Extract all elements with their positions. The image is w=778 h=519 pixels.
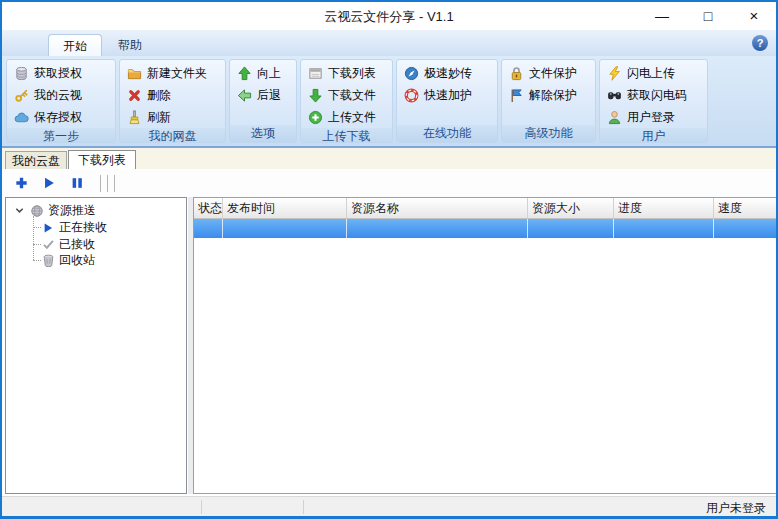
up-arrow-icon [237, 66, 252, 81]
pause-task-button[interactable] [68, 174, 86, 192]
start-task-button[interactable] [40, 174, 58, 192]
ribbon-group-caption: 选项 [230, 125, 296, 142]
received-check-icon [41, 238, 55, 252]
ribbon-group-options: 向上 后退 选项 [229, 59, 297, 143]
column-header-speed[interactable]: 速度 [714, 198, 776, 218]
titlebar: 云视云文件分享 - V1.1 — □ × [2, 2, 776, 30]
column-header-resource-name[interactable]: 资源名称 [347, 198, 528, 218]
table-header: 状态 发布时间 资源名称 资源大小 进度 速度 [194, 198, 776, 219]
button-label: 获取授权 [34, 65, 82, 82]
page-tab-my-cloud-disk[interactable]: 我的云盘 [5, 151, 67, 169]
compass-icon [404, 66, 419, 81]
download-table: 状态 发布时间 资源名称 资源大小 进度 速度 [193, 197, 776, 494]
close-button[interactable]: × [740, 2, 768, 30]
get-authorization-button[interactable]: 获取授权 [11, 62, 115, 84]
user-login-button[interactable]: 用户登录 [604, 106, 707, 128]
tree-node-label: 回收站 [59, 252, 95, 269]
button-label: 解除保护 [529, 87, 577, 104]
receiving-icon [41, 221, 55, 235]
up-button[interactable]: 向上 [234, 62, 296, 84]
button-label: 闪电上传 [627, 65, 675, 82]
new-folder-icon [127, 66, 142, 81]
download-file-button[interactable]: 下载文件 [305, 84, 392, 106]
database-icon [14, 66, 29, 81]
back-button[interactable]: 后退 [234, 84, 296, 106]
button-label: 上传文件 [328, 109, 376, 126]
maximize-button[interactable]: □ [694, 2, 722, 30]
recycle-bin-icon [41, 254, 55, 268]
lifebuoy-icon [404, 88, 419, 103]
save-authorization-button[interactable]: 保存授权 [11, 106, 115, 128]
tree-node-label: 已接收 [59, 236, 95, 253]
my-cloudview-button[interactable]: 我的云视 [11, 84, 115, 106]
toolbar-separator [100, 175, 101, 192]
refresh-button[interactable]: 刷新 [124, 106, 225, 128]
button-label: 下载文件 [328, 87, 376, 104]
resource-push-icon [30, 204, 44, 218]
window-controls: — □ × [648, 2, 768, 30]
column-header-resource-size[interactable]: 资源大小 [528, 198, 614, 218]
table-cell [223, 219, 347, 238]
button-label: 保存授权 [34, 109, 82, 126]
ribbon-group-caption: 用户 [600, 128, 707, 143]
delete-button[interactable]: 删除 [124, 84, 225, 106]
tree-node-recycle-bin[interactable]: 回收站 [41, 252, 95, 269]
ribbon-group-caption: 第一步 [7, 128, 115, 143]
download-file-icon [308, 88, 323, 103]
flag-icon [509, 88, 524, 103]
ribbon-tab-start[interactable]: 开始 [48, 34, 102, 56]
add-icon [14, 176, 29, 191]
table-row[interactable] [194, 219, 776, 238]
ribbon-tab-help[interactable]: 帮助 [104, 34, 156, 56]
page-tab-strip: 我的云盘 下载列表 [2, 148, 776, 169]
ribbon-group-caption: 上传下载 [301, 128, 392, 143]
refresh-icon [127, 110, 142, 125]
quick-protect-button[interactable]: 快速加护 [401, 84, 497, 106]
ribbon-group-caption: 我的网盘 [120, 128, 225, 143]
button-label: 后退 [257, 87, 281, 104]
add-task-button[interactable] [12, 174, 30, 192]
status-separator [201, 500, 202, 514]
get-lightning-code-button[interactable]: 获取闪电码 [604, 84, 707, 106]
tree-node-receiving[interactable]: 正在接收 [41, 219, 107, 236]
page-tab-download-list[interactable]: 下载列表 [68, 150, 136, 169]
minimize-button[interactable]: — [648, 2, 676, 30]
upload-file-button[interactable]: 上传文件 [305, 106, 392, 128]
tree-node-label: 正在接收 [59, 219, 107, 236]
key-icon [14, 88, 29, 103]
download-list-button[interactable]: 下载列表 [305, 62, 392, 84]
button-label: 下载列表 [328, 65, 376, 82]
file-protect-button[interactable]: 文件保护 [506, 62, 595, 84]
ribbon-group-transfer: 下载列表 下载文件 上传文件 上传下载 [300, 59, 393, 143]
button-label: 文件保护 [529, 65, 577, 82]
unprotect-button[interactable]: 解除保护 [506, 84, 595, 106]
ribbon-tab-row: 开始 帮助 ? [2, 30, 776, 56]
help-icon[interactable]: ? [752, 35, 768, 51]
table-cell [347, 219, 528, 238]
button-label: 极速妙传 [424, 65, 472, 82]
column-header-status[interactable]: 状态 [194, 198, 223, 218]
pause-icon [70, 176, 85, 191]
download-list-icon [308, 66, 323, 81]
binoculars-icon [607, 88, 622, 103]
ribbon-group-first-step: 获取授权 我的云视 保存授权 第一步 [6, 59, 116, 143]
lightning-upload-button[interactable]: 闪电上传 [604, 62, 707, 84]
ribbon-group-online: 极速妙传 快速加护 在线功能 [396, 59, 498, 143]
chevron-down-icon[interactable] [12, 204, 26, 218]
table-cell [528, 219, 614, 238]
tree-connector [33, 260, 41, 261]
toolbar-separator [107, 175, 108, 192]
column-header-publish-time[interactable]: 发布时间 [223, 198, 347, 218]
lightning-icon [607, 66, 622, 81]
ribbon-group-caption: 高级功能 [502, 125, 595, 142]
speed-transfer-button[interactable]: 极速妙传 [401, 62, 497, 84]
table-cell [714, 219, 776, 238]
button-label: 新建文件夹 [147, 65, 207, 82]
new-folder-button[interactable]: 新建文件夹 [124, 62, 225, 84]
tree-connector [33, 216, 34, 260]
tree-node-resource-push[interactable]: 资源推送 [12, 202, 96, 219]
ribbon-group-my-disk: 新建文件夹 删除 刷新 我的网盘 [119, 59, 226, 143]
tree-node-received[interactable]: 已接收 [41, 236, 95, 253]
upload-file-icon [308, 110, 323, 125]
column-header-progress[interactable]: 进度 [614, 198, 714, 218]
